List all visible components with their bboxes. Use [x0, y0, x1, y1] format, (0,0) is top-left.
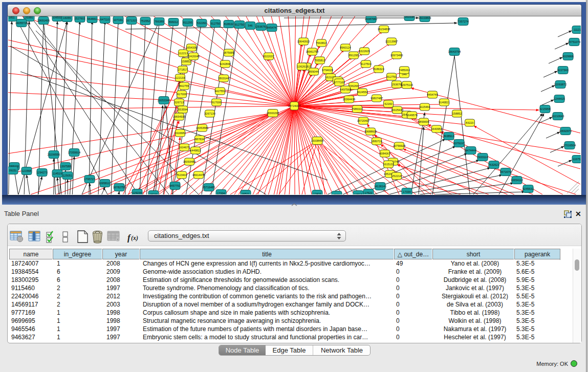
svg-text:22420046: 22420046 [187, 55, 200, 58]
svg-text:12093872: 12093872 [554, 83, 567, 86]
svg-text:7663822: 7663822 [316, 41, 326, 45]
svg-text:8454749: 8454749 [427, 93, 438, 96]
svg-text:6379197: 6379197 [453, 142, 464, 145]
svg-text:20391: 20391 [25, 16, 33, 19]
svg-text:912750: 912750 [211, 22, 220, 25]
svg-text:17016504: 17016504 [563, 144, 576, 147]
svg-text:1615132: 1615132 [383, 163, 394, 166]
svg-text:10688609: 10688609 [364, 130, 377, 133]
svg-text:7986322: 7986322 [352, 107, 362, 111]
svg-text:10025433: 10025433 [391, 108, 403, 112]
svg-text:12213967: 12213967 [385, 40, 398, 43]
svg-text:912750: 912750 [387, 75, 396, 78]
svg-text:160338: 160338 [405, 16, 414, 18]
svg-text:16914479: 16914479 [192, 173, 205, 177]
svg-text:2933114: 2933114 [477, 156, 488, 159]
svg-text:(x): (x) [131, 234, 138, 242]
svg-text:912750: 912750 [235, 23, 244, 26]
svg-text:1654336: 1654336 [186, 46, 197, 49]
svg-text:3215958: 3215958 [539, 107, 550, 111]
svg-text:16643794: 16643794 [448, 50, 461, 53]
svg-text:842755: 842755 [180, 84, 189, 87]
svg-text:16511: 16511 [242, 192, 250, 194]
svg-text:9245632: 9245632 [522, 187, 533, 190]
svg-text:107191: 107191 [114, 18, 123, 21]
svg-text:891295: 891295 [349, 54, 358, 57]
svg-text:9427552: 9427552 [214, 90, 225, 93]
svg-text:271817: 271817 [178, 68, 187, 71]
svg-text:10958117: 10958117 [99, 182, 111, 185]
svg-text:20206556: 20206556 [48, 153, 60, 156]
svg-text:20691406: 20691406 [37, 19, 50, 22]
svg-text:17522: 17522 [364, 191, 372, 194]
svg-text:20364436: 20364436 [343, 98, 355, 101]
svg-text:917006: 917006 [177, 93, 186, 96]
svg-text:18300295: 18300295 [267, 112, 279, 115]
svg-text:252214: 252214 [392, 174, 401, 178]
svg-text:15720407: 15720407 [357, 119, 369, 122]
svg-text:17334: 17334 [403, 190, 410, 193]
svg-text:9227343: 9227343 [557, 69, 568, 72]
svg-text:326713: 326713 [175, 101, 184, 104]
svg-text:1294273: 1294273 [36, 171, 47, 174]
svg-text:293676: 293676 [256, 25, 266, 28]
svg-text:11121: 11121 [574, 28, 581, 31]
svg-text:9777169: 9777169 [334, 81, 344, 84]
svg-text:15716485: 15716485 [203, 186, 215, 189]
svg-text:9242848: 9242848 [220, 62, 230, 65]
svg-text:293676: 293676 [392, 83, 401, 86]
svg-text:6899695: 6899695 [418, 120, 429, 123]
svg-text:6794028: 6794028 [322, 69, 333, 72]
svg-text:20053346: 20053346 [158, 99, 170, 102]
svg-text:121568: 121568 [22, 169, 31, 172]
svg-text:887834: 887834 [195, 138, 204, 141]
svg-text:766389: 766389 [155, 20, 164, 23]
svg-text:6497568: 6497568 [340, 88, 351, 91]
svg-text:532260: 532260 [197, 21, 206, 25]
svg-text:7955812: 7955812 [314, 59, 325, 62]
svg-text:17359914: 17359914 [68, 151, 80, 154]
svg-text:122133: 122133 [176, 76, 185, 79]
svg-text:18724007: 18724007 [288, 104, 300, 107]
svg-text:14136141: 14136141 [374, 185, 386, 188]
svg-text:1527602: 1527602 [74, 17, 85, 20]
svg-text:7623402: 7623402 [176, 173, 187, 177]
svg-text:5322605: 5322605 [359, 50, 369, 53]
svg-text:818632: 818632 [224, 23, 233, 26]
svg-text:24387682: 24387682 [365, 17, 377, 20]
svg-text:39151: 39151 [9, 169, 16, 172]
svg-text:16782759: 16782759 [113, 186, 125, 189]
svg-text:1649578: 1649578 [406, 114, 417, 117]
svg-text:7632621: 7632621 [488, 163, 499, 166]
svg-text:13640910: 13640910 [297, 40, 310, 43]
svg-text:116753: 116753 [573, 158, 581, 161]
svg-text:12975115: 12975115 [401, 83, 413, 86]
svg-text:19654935: 19654935 [173, 115, 185, 118]
svg-text:896012: 896012 [169, 20, 178, 24]
svg-text:12416: 12416 [313, 192, 321, 194]
svg-text:16033809: 16033809 [419, 16, 431, 19]
svg-text:1671315: 1671315 [126, 19, 137, 22]
svg-text:83220: 83220 [466, 121, 473, 124]
svg-text:9127503: 9127503 [360, 62, 371, 65]
svg-text:1244415: 1244415 [554, 97, 564, 100]
svg-text:14055724: 14055724 [15, 21, 28, 25]
svg-text:136261: 136261 [297, 65, 307, 68]
svg-text:16961758: 16961758 [306, 50, 318, 53]
svg-text:9457791: 9457791 [169, 184, 180, 187]
svg-text:125051: 125051 [63, 174, 72, 177]
svg-text:8938913: 8938913 [443, 135, 454, 138]
svg-text:7485063: 7485063 [399, 69, 409, 72]
svg-text:9329966: 9329966 [562, 55, 573, 58]
svg-text:5322037: 5322037 [263, 55, 274, 58]
svg-text:9474444: 9474444 [465, 149, 476, 152]
svg-text:1604675: 1604675 [179, 146, 189, 149]
svg-text:1449822: 1449822 [190, 149, 201, 152]
svg-text:10210643: 10210643 [552, 115, 564, 118]
svg-text:3267130: 3267130 [204, 112, 215, 115]
svg-text:553594: 553594 [178, 108, 187, 111]
svg-text:17334: 17334 [217, 192, 225, 194]
svg-text:8960124: 8960124 [340, 46, 351, 49]
svg-text:8186323: 8186323 [373, 68, 384, 71]
svg-text:2803144: 2803144 [218, 77, 229, 80]
